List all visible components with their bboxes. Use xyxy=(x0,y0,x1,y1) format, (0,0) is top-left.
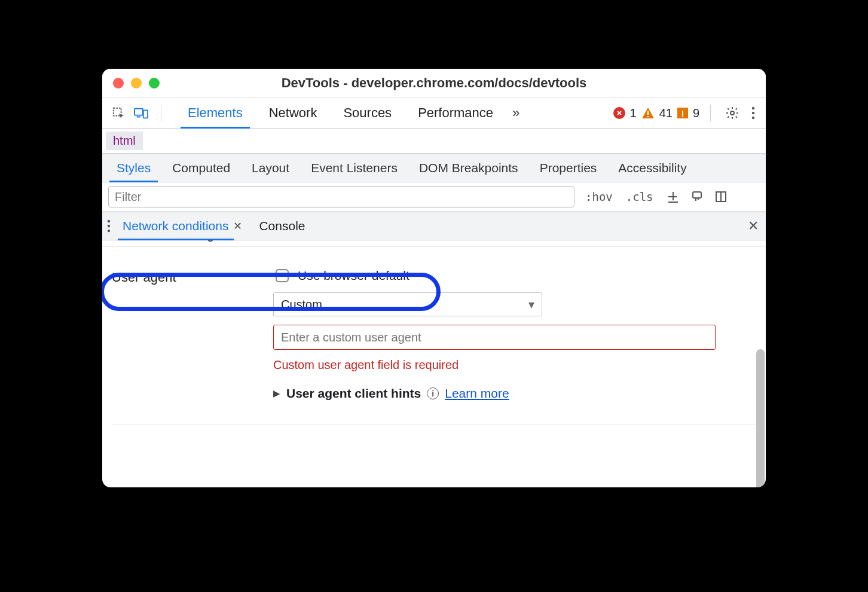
use-browser-default-label: Use browser default xyxy=(298,268,409,283)
user-agent-label: User agent xyxy=(112,267,273,285)
warning-count: 41 xyxy=(659,106,673,120)
user-agent-section: User agent Use browser default Custom...… xyxy=(112,267,756,401)
drawer-tab-network-conditions[interactable]: Network conditions ✕ xyxy=(118,212,247,240)
close-icon[interactable]: ✕ xyxy=(233,219,242,233)
svg-point-18 xyxy=(108,230,110,232)
scrollbar-track[interactable] xyxy=(755,240,766,487)
drawer-tab-label: Network conditions xyxy=(123,219,228,233)
maximize-window-button[interactable] xyxy=(149,78,160,89)
styles-filter-row: :hov .cls xyxy=(102,182,766,212)
svg-point-8 xyxy=(752,112,754,114)
user-agent-preset-value: Custom... xyxy=(281,298,332,312)
tab-sources[interactable]: Sources xyxy=(330,98,405,128)
drawer-tab-console[interactable]: Console xyxy=(254,212,310,240)
window-controls xyxy=(113,78,160,89)
divider xyxy=(112,425,756,425)
error-icon xyxy=(613,107,625,119)
breadcrumb-html[interactable]: html xyxy=(106,132,143,150)
close-window-button[interactable] xyxy=(113,78,124,89)
issues-count: 9 xyxy=(693,106,699,120)
divider xyxy=(710,105,711,121)
titlebar: DevTools - developer.chrome.com/docs/dev… xyxy=(102,69,766,97)
svg-point-9 xyxy=(752,117,754,119)
tabs-overflow-button[interactable]: » xyxy=(506,98,525,128)
subtab-styles[interactable]: Styles xyxy=(106,154,161,182)
network-throttling-row: Network throttling No throttling xyxy=(102,240,766,247)
svg-point-17 xyxy=(108,225,110,227)
settings-icon[interactable] xyxy=(722,106,743,120)
styles-tool-icons xyxy=(667,190,728,203)
main-tabs: Elements Network Sources Performance » xyxy=(175,98,525,128)
warning-icon xyxy=(641,107,655,119)
divider xyxy=(161,105,161,121)
svg-rect-4 xyxy=(647,111,649,115)
ua-client-hints-row: ▶ User agent client hints i Learn more xyxy=(273,386,509,401)
scrollbar-thumb[interactable] xyxy=(756,349,765,487)
cls-button[interactable]: .cls xyxy=(624,190,656,203)
svg-rect-5 xyxy=(647,116,649,117)
subtab-dom-breakpoints[interactable]: DOM Breakpoints xyxy=(408,154,529,182)
svg-rect-3 xyxy=(143,110,148,118)
tab-performance[interactable]: Performance xyxy=(405,98,506,128)
svg-point-6 xyxy=(731,111,734,115)
drawer-tab-label: Console xyxy=(259,219,305,233)
user-agent-preset-select[interactable]: Custom... ▾ xyxy=(273,292,542,316)
network-conditions-panel: Network throttling No throttling User ag… xyxy=(102,240,766,487)
hov-button[interactable]: :hov xyxy=(583,190,615,203)
subtab-computed[interactable]: Computed xyxy=(161,154,241,182)
minimize-window-button[interactable] xyxy=(131,78,142,89)
elements-subtabs: Styles Computed Layout Event Listeners D… xyxy=(102,154,766,182)
subtab-event-listeners[interactable]: Event Listeners xyxy=(300,154,408,182)
devtools-window: DevTools - developer.chrome.com/docs/dev… xyxy=(102,69,766,487)
drawer-menu-icon[interactable] xyxy=(107,219,111,233)
subtab-accessibility[interactable]: Accessibility xyxy=(607,154,697,182)
svg-point-16 xyxy=(108,220,110,222)
main-tabbar: Elements Network Sources Performance » 1… xyxy=(102,97,766,129)
svg-rect-13 xyxy=(693,192,701,198)
drawer-tabbar: Network conditions ✕ Console ✕ xyxy=(102,212,766,240)
new-style-rule-icon[interactable] xyxy=(667,190,680,203)
error-count: 1 xyxy=(630,106,637,120)
user-agent-error-text: Custom user agent field is required xyxy=(273,358,459,372)
drawer-close-icon[interactable]: ✕ xyxy=(748,218,759,234)
styles-filter-input[interactable] xyxy=(108,186,574,207)
breadcrumb-bar: html xyxy=(102,129,766,154)
status-counters[interactable]: 1 41 ! 9 xyxy=(613,106,700,120)
info-icon[interactable]: i xyxy=(427,387,439,399)
svg-rect-1 xyxy=(135,109,143,115)
ua-client-hints-label[interactable]: User agent client hints xyxy=(286,386,421,401)
tab-elements[interactable]: Elements xyxy=(175,98,256,128)
paint-flash-icon[interactable] xyxy=(690,190,704,203)
use-browser-default-row[interactable]: Use browser default xyxy=(273,267,409,284)
more-menu-icon[interactable] xyxy=(748,106,759,120)
device-toggle-icon[interactable] xyxy=(132,106,150,120)
throttling-label: Network throttling xyxy=(112,240,273,242)
subtab-layout[interactable]: Layout xyxy=(241,154,300,182)
use-browser-default-checkbox[interactable] xyxy=(276,269,289,282)
custom-user-agent-input[interactable] xyxy=(273,325,716,350)
subtab-properties[interactable]: Properties xyxy=(529,154,608,182)
disclosure-triangle-icon[interactable]: ▶ xyxy=(273,388,280,399)
computed-panel-icon[interactable] xyxy=(714,190,728,203)
learn-more-link[interactable]: Learn more xyxy=(445,386,509,401)
window-title: DevTools - developer.chrome.com/docs/dev… xyxy=(102,75,766,91)
issues-icon: ! xyxy=(677,108,688,118)
tab-network[interactable]: Network xyxy=(256,98,331,128)
chevron-down-icon: ▾ xyxy=(528,297,534,312)
inspect-icon[interactable] xyxy=(109,106,127,120)
svg-point-7 xyxy=(752,107,754,109)
